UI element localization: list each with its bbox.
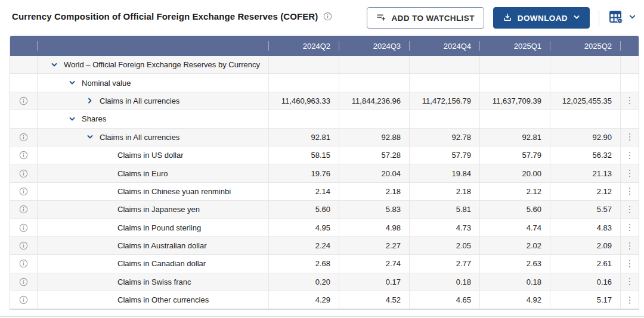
column-header: 2024Q2 <box>268 36 339 56</box>
info-icon[interactable] <box>19 187 28 196</box>
row-label-cell[interactable]: Claims in All currencies <box>38 92 268 110</box>
row-info-cell <box>10 273 38 291</box>
header-spacer-cell <box>10 36 38 56</box>
row-label-cell[interactable]: World – Official Foreign Exchange Reserv… <box>38 56 268 73</box>
row-label-cell[interactable]: Claims in Swiss franc <box>38 273 268 291</box>
add-to-watchlist-button[interactable]: ADD TO WATCHLIST <box>367 7 484 29</box>
kebab-menu-icon[interactable] <box>628 187 631 195</box>
row-label: Claims in Chinese yuan renminbi <box>117 187 231 196</box>
kebab-menu-icon[interactable] <box>628 96 631 105</box>
info-icon[interactable] <box>19 259 28 268</box>
row-label-cell[interactable]: Claims in Pound sterling <box>38 219 268 236</box>
table-settings-gear-icon <box>608 9 624 27</box>
value-cell <box>268 74 339 91</box>
row-info-cell <box>10 219 38 236</box>
info-icon[interactable] <box>19 151 28 160</box>
kebab-menu-icon[interactable] <box>628 133 631 141</box>
row-label-cell[interactable]: Claims in Euro <box>38 164 268 182</box>
chevron-down-icon[interactable] <box>86 133 94 141</box>
row-label: Claims in Canadian dollar <box>117 259 206 268</box>
value-cell: 4.98 <box>339 219 409 236</box>
value-cell: 12,025,455.35 <box>550 92 620 110</box>
kebab-menu-icon[interactable] <box>628 296 631 304</box>
info-icon[interactable] <box>19 223 28 232</box>
table-header-row: 2024Q2 2024Q3 2024Q4 2025Q1 2025Q2 <box>10 36 639 56</box>
value-cell: 20.04 <box>339 164 409 182</box>
info-icon[interactable] <box>19 205 28 214</box>
chevron-right-icon[interactable] <box>86 97 94 104</box>
header-menu-cell <box>620 36 639 56</box>
info-icon[interactable] <box>19 278 28 286</box>
value-cell <box>409 56 479 73</box>
chevron-down-icon[interactable] <box>69 116 76 123</box>
column-header: 2024Q4 <box>409 36 479 56</box>
row-label-cell[interactable]: Claims in US dollar <box>38 146 268 164</box>
row-info-cell <box>10 291 38 308</box>
row-info-cell <box>10 164 38 182</box>
kebab-menu-icon[interactable] <box>628 205 631 214</box>
download-button[interactable]: DOWNLOAD <box>493 7 590 29</box>
table-row: Claims in All currencies 11,460,963.33 1… <box>10 92 639 110</box>
value-cell: 56.32 <box>550 146 620 164</box>
info-icon[interactable] <box>323 12 332 21</box>
value-cell: 11,472,156.79 <box>409 92 479 110</box>
row-label-cell[interactable]: Claims in Chinese yuan renminbi <box>38 183 268 200</box>
value-cell: 11,844,236.96 <box>339 92 409 110</box>
row-label-cell[interactable]: Claims in Other currencies <box>38 291 268 308</box>
table-row: Nominal value <box>10 74 639 92</box>
kebab-menu-icon[interactable] <box>628 223 631 232</box>
row-label-cell[interactable]: Nominal value <box>38 74 268 91</box>
value-cell: 4.52 <box>339 291 409 308</box>
row-label: Claims in All currencies <box>100 133 179 142</box>
value-cell <box>409 110 479 127</box>
chevron-down-icon[interactable] <box>69 79 76 86</box>
row-info-cell <box>10 74 38 91</box>
row-menu-cell <box>620 183 639 200</box>
value-cell: 2.14 <box>268 183 339 200</box>
value-cell: 11,460,963.33 <box>268 92 339 110</box>
value-cell: 5.60 <box>268 201 339 218</box>
row-label: Claims in Australian dollar <box>117 241 207 250</box>
table-row: Claims in Canadian dollar 2.68 2.74 2.77… <box>10 255 639 273</box>
value-cell <box>550 110 620 127</box>
row-label-cell[interactable]: Claims in All currencies <box>38 129 268 146</box>
row-menu-cell <box>620 129 639 146</box>
value-cell: 58.15 <box>268 146 339 164</box>
value-cell: 57.79 <box>409 146 479 164</box>
row-label: Nominal value <box>82 79 131 88</box>
kebab-menu-icon[interactable] <box>628 260 631 268</box>
kebab-menu-icon[interactable] <box>628 169 631 177</box>
value-cell: 20.00 <box>479 164 550 182</box>
value-cell: 2.74 <box>339 255 409 272</box>
value-cell: 0.18 <box>479 273 550 291</box>
row-info-cell <box>10 146 38 164</box>
info-icon[interactable] <box>19 241 28 250</box>
row-label-cell[interactable]: Claims in Australian dollar <box>38 237 268 254</box>
value-cell: 4.74 <box>479 219 550 236</box>
value-cell: 5.17 <box>550 291 620 308</box>
row-label-cell[interactable]: Shares <box>38 110 268 127</box>
info-icon[interactable] <box>19 295 28 304</box>
info-icon[interactable] <box>19 96 28 105</box>
chevron-down-icon[interactable] <box>51 61 58 68</box>
value-cell: 11,637,709.39 <box>479 92 550 110</box>
row-label-cell[interactable]: Claims in Japanese yen <box>38 201 268 218</box>
value-cell: 4.83 <box>550 219 620 236</box>
info-icon[interactable] <box>19 169 28 178</box>
value-cell: 4.92 <box>479 291 550 308</box>
row-menu-cell <box>620 56 639 73</box>
info-icon[interactable] <box>19 133 28 142</box>
value-cell: 2.18 <box>339 183 409 200</box>
row-menu-cell <box>620 74 639 91</box>
row-label: Claims in US dollar <box>117 151 184 160</box>
value-cell: 0.17 <box>339 273 409 291</box>
value-cell: 0.16 <box>550 273 620 291</box>
table-settings-button[interactable] <box>608 9 636 27</box>
value-cell: 4.73 <box>409 219 479 236</box>
kebab-menu-icon[interactable] <box>628 151 631 160</box>
row-label-cell[interactable]: Claims in Canadian dollar <box>38 255 268 272</box>
row-menu-cell <box>620 291 639 308</box>
kebab-menu-icon[interactable] <box>628 278 631 286</box>
kebab-menu-icon[interactable] <box>628 242 631 250</box>
value-cell: 2.63 <box>479 255 550 272</box>
